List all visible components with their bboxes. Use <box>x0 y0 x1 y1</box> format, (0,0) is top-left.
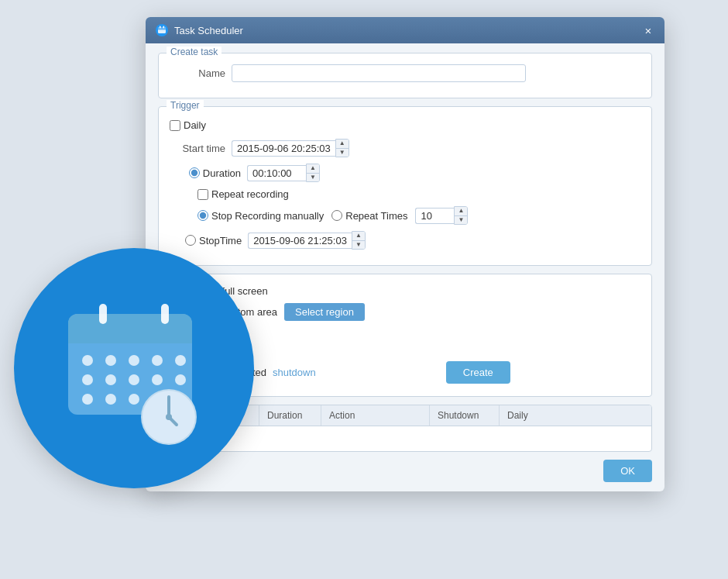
record-full-screen-row: Record full screen <box>170 285 640 297</box>
daily-label: Daily <box>184 119 206 131</box>
stop-time-row: StopTime 2015-09-06 21:25:03 ▲ ▼ <box>170 231 640 250</box>
trigger-header: Daily <box>170 119 640 131</box>
stop-time-label: StopTime <box>199 235 242 246</box>
repeat-times-down[interactable]: ▼ <box>455 216 467 225</box>
duration-radio-label[interactable]: Duration <box>185 167 241 179</box>
create-task-section: Create task Name <box>158 53 652 98</box>
svg-rect-2 <box>68 329 192 343</box>
svg-point-12 <box>129 374 139 385</box>
svg-point-10 <box>82 374 93 385</box>
duration-radio[interactable] <box>189 167 200 178</box>
duration-up[interactable]: ▲ <box>307 164 319 174</box>
svg-point-5 <box>82 355 93 366</box>
stop-manually-label[interactable]: Stop Recording manually <box>197 210 324 222</box>
duration-row: Duration 00:10:00 ▲ ▼ <box>170 164 640 182</box>
stop-time-radio[interactable] <box>185 235 196 246</box>
repeat-times-text: Repeat Times <box>345 210 407 222</box>
repeat-times-spinner-btns: ▲ ▼ <box>454 206 468 225</box>
svg-point-16 <box>105 394 116 405</box>
start-time-down[interactable]: ▼ <box>336 149 349 157</box>
svg-rect-4 <box>161 304 169 324</box>
svg-rect-29 <box>163 26 165 29</box>
duration-spinner-btns: ▲ ▼ <box>306 164 320 182</box>
stop-time-down[interactable]: ▼ <box>352 241 365 250</box>
stop-time-value: 2015-09-06 21:25:03 <box>248 233 352 249</box>
svg-rect-27 <box>158 29 166 30</box>
shutdown-label: shutdown <box>273 367 316 378</box>
repeat-recording-label[interactable]: Repeat recording <box>197 188 289 200</box>
dialog-title: Task Scheduler <box>174 25 243 36</box>
start-time-value: 2015-09-06 20:25:03 <box>232 140 335 157</box>
repeat-times-value: 10 <box>415 208 454 224</box>
name-row: Name <box>170 64 640 82</box>
close-button[interactable]: × <box>641 23 655 37</box>
svg-point-13 <box>152 374 163 385</box>
repeat-times-up[interactable]: ▲ <box>455 207 467 216</box>
svg-point-14 <box>175 374 186 385</box>
svg-point-9 <box>175 355 186 366</box>
svg-point-8 <box>152 355 163 366</box>
stop-time-spinner: 2015-09-06 21:25:03 ▲ ▼ <box>248 231 366 250</box>
app-icon <box>155 23 169 37</box>
dialog-title-left: Task Scheduler <box>155 23 243 37</box>
repeat-recording-row: Repeat recording <box>170 188 640 200</box>
start-time-spinner: 2015-09-06 20:25:03 ▲ ▼ <box>232 139 349 157</box>
calendar-svg <box>53 287 215 450</box>
svg-point-11 <box>105 374 116 385</box>
stop-time-up[interactable]: ▲ <box>352 232 365 241</box>
start-time-spinner-btns: ▲ ▼ <box>335 139 349 157</box>
start-time-row: Start time 2015-09-06 20:25:03 ▲ ▼ <box>170 139 640 157</box>
stop-manually-text: Stop Recording manually <box>211 210 324 222</box>
duration-spinner: 00:10:00 ▲ ▼ <box>247 164 320 182</box>
repeat-times-spinner: 10 ▲ ▼ <box>415 206 468 225</box>
name-label: Name <box>170 67 225 79</box>
repeat-times-radio[interactable] <box>331 210 342 221</box>
calendar-icon-circle <box>14 248 254 488</box>
stop-time-spinner-btns: ▲ ▼ <box>352 231 366 250</box>
svg-point-7 <box>129 355 139 366</box>
dialog-titlebar: Task Scheduler × <box>146 17 664 43</box>
duration-value: 00:10:00 <box>247 165 306 181</box>
start-time-label: Start time <box>170 143 225 154</box>
svg-rect-28 <box>160 26 161 29</box>
svg-point-23 <box>166 414 172 420</box>
ok-button[interactable]: OK <box>603 460 652 482</box>
duration-down[interactable]: ▼ <box>307 174 319 182</box>
stop-manually-radio[interactable] <box>197 210 208 221</box>
th-daily: Daily <box>500 405 546 426</box>
stop-time-radio-label[interactable]: StopTime <box>185 235 242 246</box>
start-time-up[interactable]: ▲ <box>336 140 349 149</box>
trigger-section: Trigger Daily Start time 2015-09-06 20:2… <box>158 106 652 266</box>
create-task-legend: Create task <box>167 47 221 57</box>
daily-checkbox[interactable] <box>170 120 180 131</box>
svg-point-17 <box>129 394 139 405</box>
repeat-recording-text: Repeat recording <box>211 188 289 200</box>
select-region-button[interactable]: Select region <box>284 303 365 321</box>
th-action: Action <box>321 405 430 426</box>
create-button[interactable]: Create <box>446 361 510 384</box>
daily-checkbox-label[interactable]: Daily <box>170 119 206 131</box>
trigger-legend: Trigger <box>167 100 204 111</box>
svg-point-6 <box>105 355 116 366</box>
repeat-recording-checkbox[interactable] <box>197 189 208 200</box>
repeat-options-row: Stop Recording manually Repeat Times 10 … <box>170 206 640 225</box>
repeat-times-label[interactable]: Repeat Times <box>331 210 407 222</box>
th-shutdown: Shutdown <box>430 405 500 426</box>
svg-rect-3 <box>99 304 107 324</box>
svg-point-15 <box>82 394 93 405</box>
duration-label: Duration <box>203 167 241 179</box>
name-input[interactable] <box>232 64 526 82</box>
th-duration: Duration <box>259 405 321 426</box>
